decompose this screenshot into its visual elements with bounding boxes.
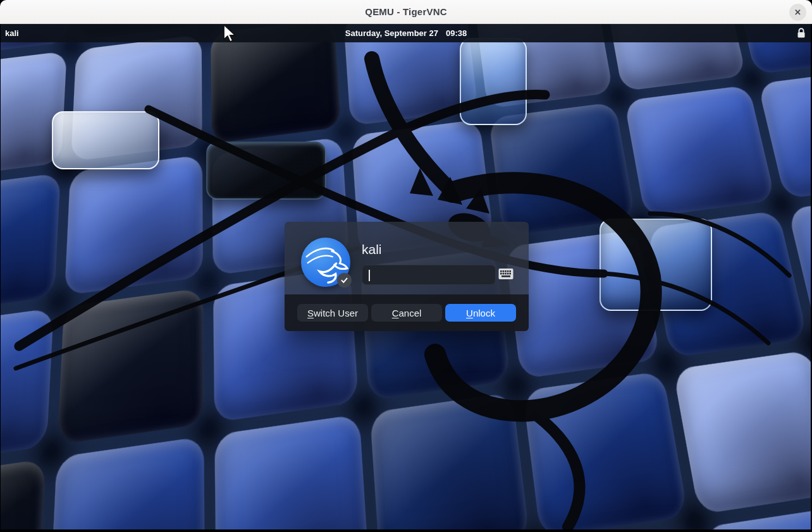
cancel-button[interactable]: Cancel <box>371 304 442 322</box>
password-input[interactable] <box>362 265 495 284</box>
check-icon <box>340 276 348 284</box>
window-titlebar[interactable]: QEMU - TigerVNC ✕ <box>0 0 812 24</box>
close-button[interactable]: ✕ <box>789 4 806 21</box>
clock-time: 09:38 <box>446 28 467 38</box>
username-label: kali <box>362 242 382 257</box>
vnc-screen: kali Saturday, September 27 09:38 <box>0 24 812 532</box>
panel-clock: Saturday, September 27 09:38 <box>345 28 467 38</box>
unlock-button[interactable]: Unlock <box>445 304 516 322</box>
top-panel: kali Saturday, September 27 09:38 <box>0 24 812 42</box>
keyboard-icon <box>498 268 514 280</box>
window-title: QEMU - TigerVNC <box>365 6 446 17</box>
unlock-dialog: kali Switch Us <box>285 222 529 331</box>
user-avatar <box>301 238 350 287</box>
panel-hostname: kali <box>5 28 19 38</box>
vnc-window: QEMU - TigerVNC ✕ <box>0 0 812 532</box>
dialog-body: kali <box>285 222 529 294</box>
mouse-cursor <box>223 24 239 43</box>
lock-icon <box>797 28 806 40</box>
onscreen-keyboard-button[interactable] <box>498 268 514 280</box>
close-icon: ✕ <box>794 8 801 16</box>
switch-user-button[interactable]: Switch User <box>297 304 368 322</box>
checkmark-badge <box>337 273 352 287</box>
dialog-actions: Switch User Cancel Unlock <box>285 294 529 331</box>
password-field[interactable] <box>362 265 496 285</box>
clock-date: Saturday, September 27 <box>345 28 438 38</box>
